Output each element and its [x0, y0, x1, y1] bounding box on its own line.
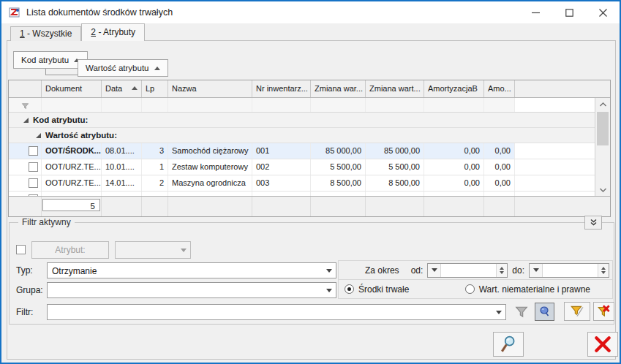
column-header-amortyzacja-b[interactable]: AmortyzacjaB — [424, 80, 484, 97]
cell-nazwa: Samochód ciężarowy — [168, 143, 252, 159]
chevron-down-icon[interactable] — [323, 263, 336, 278]
group-row-kod-atrybutu[interactable]: Kod atrybutu: — [9, 113, 595, 128]
cell-nr-inwentarzowy: 001 — [252, 143, 311, 159]
atrybut-button[interactable]: Atrybut: — [31, 241, 109, 259]
column-header-zmiana-wartosci-1[interactable]: Zmiana war... — [311, 80, 366, 97]
date-from-spinner[interactable] — [496, 264, 507, 277]
filter-cell[interactable] — [424, 98, 484, 112]
column-header-indicator[interactable] — [9, 80, 42, 97]
table-row[interactable]: OOT/URZ.TE... 10.01.... 1 Zestaw kompute… — [9, 159, 595, 175]
scroll-up-button[interactable] — [595, 98, 610, 110]
group-by-wartosc-atrybutu-button[interactable]: Wartość atrybutu — [78, 59, 168, 77]
column-header-dokument[interactable]: Dokument — [42, 80, 102, 97]
spin-down-icon — [601, 271, 606, 274]
column-header-data[interactable]: Data — [102, 80, 142, 97]
grid-summary-row: 5 — [9, 196, 610, 216]
attribute-value-combo[interactable] — [115, 241, 191, 259]
tab-wszystkie[interactable]: 1 - Wszystkie — [10, 26, 81, 41]
vertical-scrollbar[interactable] — [595, 98, 610, 196]
chevron-down-icon[interactable] — [323, 283, 336, 297]
combo-value: Otrzymanie — [48, 263, 323, 278]
summary-cell — [484, 197, 515, 216]
pin-filter-button[interactable] — [535, 303, 554, 321]
cell-amo: 0,00 — [484, 175, 515, 191]
chevron-down-icon[interactable] — [428, 264, 441, 277]
cell-amortyzacja-b: 0,00 — [424, 159, 484, 175]
maximize-button[interactable] — [552, 1, 586, 23]
row-indicator-cell — [9, 143, 42, 159]
column-header-nazwa[interactable]: Nazwa — [168, 80, 252, 97]
group-row-wartosc-atrybutu[interactable]: Wartość atrybutu: — [9, 128, 595, 143]
tab-atrybuty[interactable]: 2 - Atrybuty — [81, 23, 145, 41]
preview-button[interactable] — [493, 332, 524, 357]
cell-amo: 0,00 — [484, 159, 515, 175]
row-indicator-cell — [9, 175, 42, 191]
date-to-input[interactable] — [543, 264, 598, 277]
table-row[interactable]: OOT/URZ.TE... 14.01.... 2 Maszyna ogrodn… — [9, 175, 595, 192]
grid-header-row: Dokument Data Lp Nazwa Nr inwentarz... Z… — [9, 80, 610, 98]
group-expanded-icon[interactable] — [23, 118, 29, 123]
summary-cell — [252, 197, 311, 216]
tab-strip: 1 - Wszystkie 2 - Atrybuty — [10, 23, 145, 41]
group-row-label: Wartość atrybutu: — [45, 131, 117, 140]
group-by-kod-atrybutu-button[interactable]: Kod atrybutu — [13, 51, 88, 69]
filtr-label: Filtr: — [16, 307, 33, 317]
documents-grid: Dokument Data Lp Nazwa Nr inwentarz... Z… — [8, 80, 611, 217]
chevron-down-icon[interactable] — [177, 242, 190, 258]
date-to-field[interactable] — [529, 263, 609, 278]
filter-cell[interactable] — [252, 98, 311, 112]
typ-combo[interactable]: Otrzymanie — [47, 262, 336, 278]
cell-dokument: OOT/URZ.TE... — [42, 175, 102, 191]
construct-filter-button[interactable] — [564, 302, 590, 321]
minimize-button[interactable] — [519, 1, 552, 23]
row-checkbox[interactable] — [29, 178, 38, 188]
filter-row-funnel-icon[interactable] — [9, 98, 42, 112]
title-bar: Lista dokumentów środków trwałych — [1, 1, 620, 23]
column-header-amo[interactable]: Amo... — [484, 80, 515, 97]
filter-cell[interactable] — [42, 98, 102, 112]
za-okres-label: Za okres — [365, 265, 399, 276]
cell-zmiana-wartosci-1: 8 500,00 — [311, 175, 366, 191]
collapse-filter-button[interactable] — [584, 216, 602, 230]
clear-filter-button[interactable] — [593, 302, 614, 321]
date-from-field[interactable] — [427, 263, 508, 278]
close-list-button[interactable] — [587, 332, 618, 357]
row-checkbox[interactable] — [29, 146, 38, 156]
column-header-zmiana-wartosci-2[interactable]: Zmiana wart... — [366, 80, 424, 97]
filter-cell[interactable] — [142, 98, 168, 112]
row-checkbox[interactable] — [29, 162, 38, 172]
cell-nr-inwentarzowy: 003 — [252, 175, 311, 191]
grupa-combo[interactable] — [47, 282, 336, 298]
scrollbar-thumb[interactable] — [597, 112, 609, 145]
filter-cell[interactable] — [366, 98, 424, 112]
typ-label: Typ: — [16, 265, 33, 276]
group-expanded-icon[interactable] — [36, 133, 41, 138]
date-to-spinner[interactable] — [598, 264, 609, 277]
filter-cell[interactable] — [311, 98, 366, 112]
cell-dokument: OOT/ŚRODK... — [42, 143, 102, 159]
summary-cell — [9, 197, 42, 216]
radio-label: Środki trwałe — [358, 284, 409, 295]
radio-srodki-trwale[interactable]: Środki trwałe — [345, 284, 409, 295]
chevron-down-icon[interactable] — [530, 264, 543, 277]
cell-nazwa: Maszyna ogrodnicza — [168, 175, 252, 191]
filter-groupbox-title: Filtr aktywny — [18, 217, 75, 227]
column-header-lp[interactable]: Lp — [142, 80, 168, 97]
chevron-down-icon[interactable] — [492, 305, 505, 319]
filter-cell[interactable] — [102, 98, 142, 112]
filter-cell[interactable] — [168, 98, 252, 112]
scroll-down-button[interactable] — [595, 183, 610, 196]
radio-wart-niematerialne[interactable]: Wart. niematerialne i prawne — [465, 284, 590, 295]
filtr-combo[interactable] — [47, 304, 506, 320]
filter-funnel-icon[interactable] — [513, 304, 530, 320]
asset-type-radio-group: Środki trwałe Wart. niematerialne i praw… — [339, 280, 612, 298]
filter-cell[interactable] — [484, 98, 515, 112]
cell-empty — [515, 175, 595, 191]
column-header-nr-inwentarzowy[interactable]: Nr inwentarz... — [252, 80, 311, 97]
cell-zmiana-wartosci-2: 85 000,00 — [366, 143, 424, 159]
attribute-filter-checkbox[interactable] — [16, 245, 26, 254]
table-row[interactable]: OOT/ŚRODK... 08.01.... 3 Samochód ciężar… — [9, 143, 595, 159]
date-from-input[interactable] — [441, 264, 496, 277]
combo-value — [48, 305, 492, 319]
close-window-button[interactable] — [586, 1, 620, 23]
